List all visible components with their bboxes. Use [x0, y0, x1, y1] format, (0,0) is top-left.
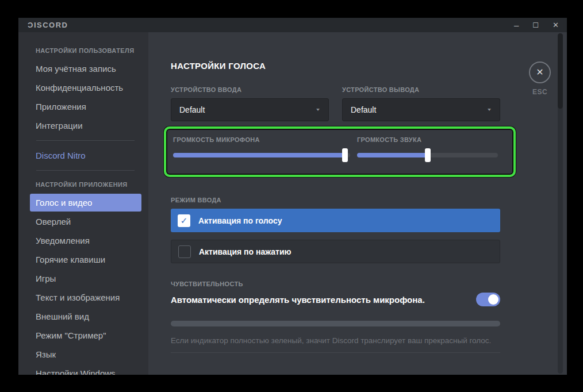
input-device-group: УСТРОЙСТВО ВВОДА Default ▼: [171, 86, 329, 121]
output-device-select[interactable]: Default ▼: [342, 98, 500, 121]
sidebar-item-overlay[interactable]: Оверлей: [30, 213, 141, 230]
slider-thumb[interactable]: [425, 148, 431, 162]
sidebar-item-streamer-mode[interactable]: Режим "Стример": [30, 326, 141, 344]
auto-sensitivity-text: Автоматически определять чувствительност…: [171, 295, 425, 305]
sidebar-divider: [36, 140, 135, 141]
maximize-icon[interactable]: ☐: [532, 22, 539, 29]
slider-fill: [173, 153, 345, 157]
push-to-talk-option[interactable]: ✓ Активация по нажатию: [171, 240, 500, 263]
page-title: НАСТРОЙКИ ГОЛОСА: [171, 61, 500, 71]
sidebar-item-integrations[interactable]: Интеграции: [30, 117, 141, 134]
discord-settings-window: ƆISCORD – ☐ ✕ НАСТРОЙКИ ПОЛЬЗОВАТЕЛЯ Моя…: [18, 18, 567, 375]
chevron-down-icon: ▼: [315, 107, 321, 112]
voice-activity-checkbox[interactable]: ✓: [178, 214, 190, 227]
sensitivity-hint: Если индикатор полностью зеленый, значит…: [171, 336, 500, 345]
volume-sliders: ГРОМКОСТЬ МИКРОФОНА ГРОМКОСТЬ ЗВУКА: [173, 136, 498, 162]
push-to-talk-checkbox[interactable]: ✓: [178, 245, 191, 258]
sidebar-divider: [36, 170, 135, 171]
sensitivity-label: ЧУВСТВИТЕЛЬНОСТЬ: [171, 280, 500, 287]
sound-volume-label: ГРОМКОСТЬ ЗВУКА: [357, 136, 498, 143]
input-device-value: Default: [179, 105, 205, 114]
output-device-group: УСТРОЙСТВО ВЫВОДА Default ▼: [342, 86, 500, 121]
push-to-talk-label: Активация по нажатию: [199, 247, 292, 256]
esc-close-group: ✕ ESC: [523, 62, 557, 96]
sidebar-item-my-account[interactable]: Моя учётная запись: [30, 60, 141, 78]
input-device-select[interactable]: Default ▼: [171, 98, 329, 121]
sidebar-item-applications[interactable]: Приложения: [30, 98, 141, 116]
sidebar-header-app-settings: НАСТРОЙКИ ПРИЛОЖЕНИЯ: [18, 176, 148, 193]
slider-fill: [357, 153, 428, 157]
sidebar-item-language[interactable]: Язык: [30, 345, 141, 363]
sensitivity-meter: [171, 321, 500, 326]
check-icon: ✓: [181, 216, 188, 225]
device-selectors: УСТРОЙСТВО ВВОДА Default ▼ УСТРОЙСТВО ВЫ…: [171, 86, 500, 121]
scrollbar-thumb[interactable]: [558, 33, 563, 109]
voice-settings-content: НАСТРОЙКИ ГОЛОСА УСТРОЙСТВО ВВОДА Defaul…: [171, 61, 500, 353]
sidebar-item-text-images[interactable]: Текст и изображения: [30, 289, 141, 306]
sound-volume-slider[interactable]: [357, 148, 498, 162]
sidebar-item-appearance[interactable]: Внешний вид: [30, 308, 141, 325]
output-device-label: УСТРОЙСТВО ВЫВОДА: [342, 86, 500, 93]
scrollbar-track[interactable]: [558, 33, 563, 374]
section-divider: [171, 352, 500, 353]
mic-volume-label: ГРОМКОСТЬ МИКРОФОНА: [173, 136, 350, 143]
mic-volume-group: ГРОМКОСТЬ МИКРОФОНА: [173, 136, 350, 162]
mic-volume-slider[interactable]: [173, 148, 350, 162]
sound-volume-group: ГРОМКОСТЬ ЗВУКА: [357, 136, 498, 162]
app-body: НАСТРОЙКИ ПОЛЬЗОВАТЕЛЯ Моя учётная запис…: [18, 32, 567, 375]
sidebar-item-games[interactable]: Игры: [30, 270, 141, 287]
sidebar-header-user-settings: НАСТРОЙКИ ПОЛЬЗОВАТЕЛЯ: [18, 43, 148, 59]
slider-thumb[interactable]: [342, 148, 348, 162]
close-icon: ✕: [536, 68, 543, 77]
voice-activity-label: Активация по голосу: [198, 216, 282, 225]
settings-sidebar: НАСТРОЙКИ ПОЛЬЗОВАТЕЛЯ Моя учётная запис…: [18, 32, 148, 375]
close-settings-button[interactable]: ✕: [529, 62, 551, 83]
title-bar: ƆISCORD – ☐ ✕: [18, 18, 567, 32]
auto-sensitivity-toggle[interactable]: [476, 293, 500, 306]
auto-sensitivity-row: Автоматически определять чувствительност…: [171, 293, 500, 306]
chevron-down-icon: ▼: [486, 107, 492, 112]
sidebar-item-windows-settings[interactable]: Настройки Windows: [30, 364, 141, 375]
input-device-label: УСТРОЙСТВО ВВОДА: [171, 86, 329, 93]
sidebar-item-privacy[interactable]: Конфиденциальность: [30, 79, 141, 97]
minimize-icon[interactable]: –: [514, 21, 519, 29]
sidebar-item-hotkeys[interactable]: Горячие клавиши: [30, 251, 141, 268]
sidebar-item-notifications[interactable]: Уведомления: [30, 232, 141, 249]
output-device-value: Default: [351, 105, 376, 114]
voice-settings-panel: НАСТРОЙКИ ГОЛОСА УСТРОЙСТВО ВВОДА Defaul…: [148, 32, 567, 375]
volume-highlight-annotation: ГРОМКОСТЬ МИКРОФОНА ГРОМКОСТЬ ЗВУКА: [164, 126, 516, 177]
discord-logo: ƆISCORD: [28, 21, 68, 29]
close-icon[interactable]: ✕: [553, 21, 559, 29]
voice-activity-option[interactable]: ✓ Активация по голосу: [171, 209, 500, 232]
sidebar-item-discord-nitro[interactable]: Discord Nitro: [30, 147, 141, 164]
esc-label: ESC: [523, 88, 557, 96]
sidebar-item-voice-video[interactable]: Голос и видео: [30, 194, 141, 212]
window-controls: – ☐ ✕: [514, 21, 559, 29]
input-mode-label: РЕЖИМ ВВОДА: [171, 197, 500, 203]
toggle-knob: [488, 294, 498, 305]
